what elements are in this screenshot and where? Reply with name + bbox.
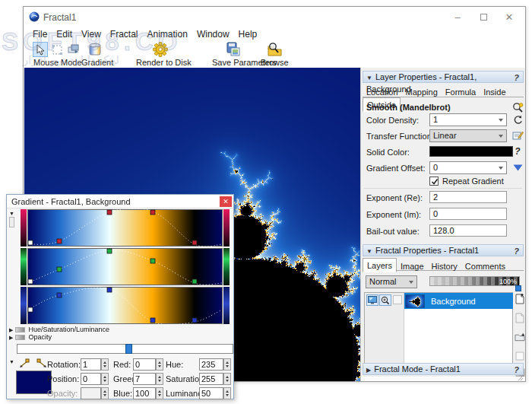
title-bar[interactable]: Fractal1 – ✕ bbox=[24, 7, 525, 27]
edit-gradient-button[interactable] bbox=[511, 129, 524, 142]
color-density-combo[interactable]: 1 bbox=[429, 113, 507, 126]
help-icon[interactable]: ? bbox=[514, 246, 519, 256]
green-gradient-strip[interactable] bbox=[27, 248, 223, 285]
select-region-mode-button[interactable] bbox=[49, 42, 65, 57]
transparent-toggle-button[interactable] bbox=[515, 351, 525, 361]
tab-image[interactable]: Image bbox=[397, 259, 428, 272]
red-control-point-selected[interactable] bbox=[28, 240, 33, 245]
green-control-point[interactable] bbox=[150, 259, 155, 263]
green-control-point[interactable] bbox=[57, 267, 62, 272]
add-layer-button[interactable] bbox=[515, 294, 525, 304]
green-control-point[interactable] bbox=[192, 279, 197, 284]
menu-window[interactable]: Window bbox=[192, 27, 234, 41]
rotation-spinner[interactable] bbox=[101, 358, 109, 371]
add-group-button[interactable] bbox=[515, 332, 525, 342]
blue-control-point[interactable] bbox=[192, 318, 197, 323]
delete-layer-button[interactable] bbox=[515, 313, 525, 323]
layer-edit-checkbox[interactable] bbox=[393, 295, 402, 304]
green-input[interactable] bbox=[133, 373, 156, 385]
tab-mapping[interactable]: Mapping bbox=[402, 85, 442, 98]
help-icon[interactable]: ? bbox=[514, 72, 519, 83]
show-layer-button[interactable] bbox=[366, 294, 378, 306]
curve-tool-button-2[interactable] bbox=[34, 358, 48, 369]
gradient-position-slider[interactable] bbox=[17, 344, 233, 354]
tab-inside[interactable]: Inside bbox=[480, 85, 509, 98]
hue-spinner[interactable] bbox=[223, 358, 231, 371]
blue-control-point[interactable] bbox=[150, 318, 155, 323]
blue-channel-strip[interactable] bbox=[21, 287, 236, 324]
switch-mode-button[interactable] bbox=[66, 42, 81, 57]
browse-formula-button[interactable] bbox=[511, 101, 524, 113]
red-input[interactable] bbox=[133, 358, 156, 371]
green-spinner[interactable] bbox=[156, 373, 163, 385]
exponent-im-input[interactable] bbox=[429, 208, 507, 220]
blue-gradient-strip[interactable] bbox=[27, 287, 223, 324]
position-input[interactable] bbox=[81, 373, 101, 385]
saturation-input[interactable] bbox=[199, 373, 223, 385]
gradient-offset-combo[interactable]: 0 bbox=[429, 161, 507, 174]
opacity-slider-handle[interactable] bbox=[515, 285, 521, 291]
reset-density-button[interactable] bbox=[511, 113, 524, 126]
luminance-spinner[interactable] bbox=[223, 387, 231, 399]
red-control-point[interactable] bbox=[192, 240, 197, 245]
menu-edit[interactable]: Edit bbox=[52, 27, 77, 41]
hue-input[interactable] bbox=[199, 358, 223, 371]
menu-fractal[interactable]: Fractal bbox=[106, 27, 143, 41]
mini-scrollbar[interactable] bbox=[9, 217, 14, 227]
tab-formula[interactable]: Formula bbox=[442, 85, 480, 98]
gradient-slider-handle[interactable] bbox=[125, 344, 132, 354]
collapse-controls-arrow-icon[interactable]: ▼ bbox=[9, 359, 14, 364]
red-spinner[interactable] bbox=[156, 358, 163, 371]
blue-control-point[interactable] bbox=[107, 288, 112, 292]
menu-file[interactable]: File bbox=[28, 27, 52, 41]
opacity-fold-row[interactable]: ▶Opacity bbox=[9, 333, 52, 340]
resize-grip-icon[interactable] bbox=[518, 375, 524, 381]
layer-opacity-slider[interactable]: 100% bbox=[429, 276, 520, 286]
bailout-input[interactable] bbox=[429, 224, 507, 237]
rotation-input[interactable] bbox=[81, 358, 101, 371]
exponent-re-input[interactable] bbox=[429, 191, 507, 203]
red-gradient-strip[interactable] bbox=[27, 209, 223, 247]
repeat-gradient-checkbox[interactable]: Repeat Gradient bbox=[429, 177, 504, 186]
hsl-fold-row[interactable]: ▶Hue/Saturation/Luminance bbox=[9, 326, 109, 332]
transfer-function-combo[interactable]: Linear bbox=[429, 129, 507, 142]
render-to-disk-button[interactable] bbox=[153, 42, 168, 57]
saturation-spinner[interactable] bbox=[223, 373, 231, 385]
merge-mode-combo[interactable]: Normal bbox=[366, 275, 417, 288]
tab-location[interactable]: Location bbox=[363, 85, 402, 98]
help-icon[interactable]: ? bbox=[514, 364, 519, 375]
solid-color-help-button[interactable]: ? bbox=[511, 145, 524, 157]
tab-history[interactable]: History bbox=[428, 259, 461, 272]
save-parameters-button[interactable] bbox=[226, 42, 241, 57]
menu-animation[interactable]: Animation bbox=[143, 27, 192, 41]
layer-row-background[interactable]: Background bbox=[404, 293, 513, 309]
zoom-layer-button[interactable] bbox=[379, 294, 391, 306]
red-control-point[interactable] bbox=[57, 239, 62, 243]
gradient-button[interactable] bbox=[87, 42, 103, 57]
blue-input[interactable] bbox=[133, 387, 156, 399]
close-button[interactable]: ✕ bbox=[496, 7, 522, 27]
red-control-point[interactable] bbox=[107, 210, 112, 215]
select-mode-button[interactable] bbox=[33, 42, 48, 57]
selected-color-swatch[interactable] bbox=[16, 371, 52, 394]
minimize-button[interactable]: – bbox=[445, 7, 470, 27]
position-spinner[interactable] bbox=[101, 373, 109, 385]
curve-tool-button-1[interactable] bbox=[17, 358, 31, 369]
fractal-mode-header[interactable]: ▶Fractal Mode - Fractal1 ? bbox=[363, 363, 524, 375]
tab-layers[interactable]: Layers bbox=[363, 258, 397, 272]
maximize-button[interactable] bbox=[470, 7, 496, 27]
browse-button[interactable] bbox=[267, 42, 282, 57]
blue-control-point-selected[interactable] bbox=[28, 307, 33, 312]
gradient-window-titlebar[interactable]: Gradient - Fractal1, Background ✕ bbox=[7, 195, 233, 208]
blue-spinner[interactable] bbox=[156, 387, 163, 399]
menu-help[interactable]: Help bbox=[234, 27, 262, 41]
more-options-button[interactable] bbox=[511, 161, 524, 173]
menu-view[interactable]: View bbox=[77, 27, 106, 41]
luminance-input[interactable] bbox=[199, 387, 223, 399]
green-channel-strip[interactable] bbox=[21, 248, 236, 285]
layer-properties-header[interactable]: ▼Layer Properties - Fractal1, Background… bbox=[363, 71, 524, 83]
gradient-close-button[interactable]: ✕ bbox=[220, 196, 232, 207]
collapse-rgb-arrow-icon[interactable]: ▼ bbox=[9, 211, 14, 216]
red-channel-strip[interactable] bbox=[21, 209, 236, 247]
green-control-point[interactable] bbox=[107, 249, 112, 253]
